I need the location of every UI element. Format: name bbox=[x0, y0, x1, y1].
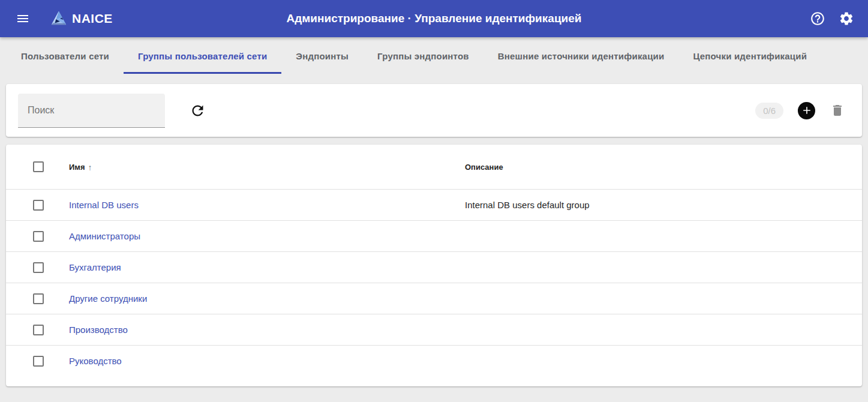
add-group-button[interactable] bbox=[798, 102, 815, 119]
selection-counter-badge: 0/6 bbox=[755, 103, 783, 119]
naice-logo-icon bbox=[50, 10, 68, 28]
tab-identity-chains[interactable]: Цепочки идентификаций bbox=[678, 37, 821, 75]
tab-label: Внешние источники идентификации bbox=[498, 51, 665, 61]
refresh-icon[interactable] bbox=[189, 102, 206, 119]
table-row: Производство bbox=[6, 314, 862, 346]
tab-endpoints[interactable]: Эндпоинты bbox=[281, 37, 363, 75]
search-box bbox=[18, 94, 165, 128]
table-row: Бухгалтерия bbox=[6, 252, 862, 283]
row-checkbox[interactable] bbox=[33, 200, 44, 211]
column-header-description: Описание bbox=[465, 163, 503, 172]
tab-label: Эндпоинты bbox=[296, 51, 349, 61]
brand-name: NAICE bbox=[72, 11, 113, 26]
row-checkbox[interactable] bbox=[33, 293, 44, 304]
table-header-row: Имя ↑ Описание bbox=[6, 145, 862, 190]
gear-icon[interactable] bbox=[839, 11, 854, 26]
column-header-name-label: Имя bbox=[69, 163, 85, 172]
group-name-link[interactable]: Internal DB users bbox=[69, 200, 139, 210]
table-row: Руководство bbox=[6, 346, 862, 377]
group-description: Internal DB users default group bbox=[465, 200, 590, 210]
column-header-name[interactable]: Имя ↑ bbox=[69, 163, 92, 172]
row-checkbox[interactable] bbox=[33, 356, 44, 367]
table-row: Администраторы bbox=[6, 221, 862, 252]
tab-endpoint-groups[interactable]: Группы эндпоинтов bbox=[363, 37, 483, 75]
tab-network-users[interactable]: Пользователи сети bbox=[7, 37, 124, 75]
group-name-link[interactable]: Администраторы bbox=[69, 231, 140, 241]
tab-label: Группы пользователей сети bbox=[138, 51, 267, 61]
row-checkbox[interactable] bbox=[33, 231, 44, 242]
group-name-link[interactable]: Другие сотрудники bbox=[69, 293, 147, 304]
plus-icon bbox=[801, 104, 813, 116]
sort-ascending-icon: ↑ bbox=[88, 163, 92, 172]
toolbar: 0/6 bbox=[6, 84, 862, 137]
row-checkbox[interactable] bbox=[33, 325, 44, 335]
tab-label: Группы эндпоинтов bbox=[377, 51, 469, 61]
app-bar: NAICE Администрирование · Управление иде… bbox=[0, 0, 868, 37]
group-name-link[interactable]: Бухгалтерия bbox=[69, 262, 121, 272]
help-icon[interactable] bbox=[810, 11, 825, 26]
tab-external-identity-sources[interactable]: Внешние источники идентификации bbox=[483, 37, 679, 75]
row-checkbox[interactable] bbox=[33, 262, 44, 273]
page-title: Администрирование · Управление идентифик… bbox=[287, 12, 582, 25]
delete-icon[interactable] bbox=[830, 103, 845, 118]
tab-label: Пользователи сети bbox=[21, 51, 109, 61]
group-name-link[interactable]: Производство bbox=[69, 325, 128, 335]
brand: NAICE bbox=[50, 10, 113, 28]
hamburger-menu-icon[interactable] bbox=[14, 10, 31, 27]
groups-table: Имя ↑ Описание Internal DB users Interna… bbox=[6, 145, 862, 386]
tab-network-user-groups[interactable]: Группы пользователей сети bbox=[124, 37, 281, 75]
select-all-checkbox[interactable] bbox=[33, 161, 44, 172]
table-row: Internal DB users Internal DB users defa… bbox=[6, 190, 862, 221]
table-row: Другие сотрудники bbox=[6, 283, 862, 314]
tab-bar: Пользователи сети Группы пользователей с… bbox=[0, 37, 868, 75]
group-name-link[interactable]: Руководство bbox=[69, 356, 122, 366]
search-input[interactable] bbox=[18, 105, 165, 116]
tab-label: Цепочки идентификаций bbox=[693, 51, 807, 61]
